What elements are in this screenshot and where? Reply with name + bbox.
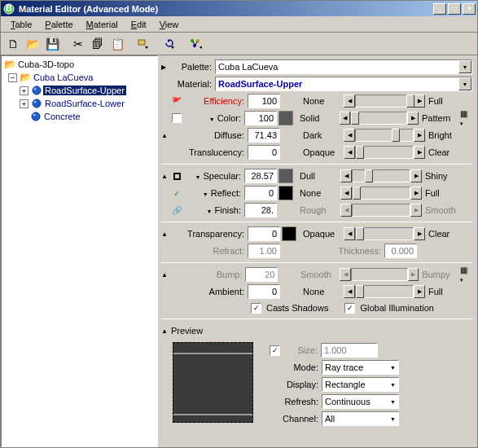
refresh-dropdown-icon[interactable] (160, 35, 178, 53)
slider-left-icon[interactable]: ◀ (344, 94, 355, 108)
save-icon[interactable]: 💾 (43, 35, 61, 53)
collapse-arrow-icon[interactable]: ▲ (161, 327, 171, 335)
folder-open-icon: 📂 (3, 59, 16, 70)
preview-image (173, 342, 253, 423)
tree-expand-icon[interactable]: + (20, 99, 29, 108)
slider-right-icon: ▶ (408, 268, 419, 281)
color-input[interactable] (244, 111, 277, 125)
maximize-button[interactable]: □ (448, 3, 461, 15)
casts-shadows-checkbox[interactable]: ✓ (251, 303, 261, 314)
efficiency-input[interactable] (248, 94, 280, 108)
collapse-arrow-icon[interactable]: ▲ (161, 231, 171, 238)
specular-swatch[interactable] (278, 169, 293, 183)
color-slider[interactable] (350, 112, 407, 125)
reflect-swatch[interactable] (278, 186, 293, 200)
menu-palette[interactable]: Palette (38, 18, 79, 31)
menu-material[interactable]: Material (80, 18, 125, 31)
diffuse-slider[interactable] (355, 129, 414, 142)
cube-icon: 🞐 (171, 172, 182, 181)
efficiency-slider[interactable] (355, 94, 414, 108)
slider-left-icon[interactable]: ◀ (344, 227, 355, 240)
slider-right-icon[interactable]: ▶ (414, 94, 425, 108)
graph-dropdown-icon[interactable] (186, 35, 204, 53)
slider-right-icon[interactable]: ▶ (414, 227, 425, 240)
global-illum-checkbox[interactable]: ✓ (344, 303, 355, 314)
display-combo[interactable]: Rectangle▼ (322, 377, 399, 392)
chevron-down-icon: ▼ (388, 365, 398, 371)
flag-icon: 🚩 (171, 97, 182, 106)
tree-item[interactable]: Concrete (3, 110, 156, 123)
slider-left-icon[interactable]: ◀ (344, 129, 355, 142)
transparency-input[interactable] (248, 226, 280, 241)
slider-left-icon[interactable]: ◀ (340, 187, 352, 200)
specular-slider[interactable] (352, 169, 410, 182)
folder-open-icon: 📂 (19, 72, 32, 83)
tree-item[interactable]: + RoadSurface-Lower (3, 97, 156, 110)
menu-edit[interactable]: Edit (125, 18, 153, 31)
finish-input[interactable] (244, 203, 277, 217)
slider-right-icon[interactable]: ▶ (414, 146, 425, 159)
slider-left-icon[interactable]: ◀ (344, 285, 355, 298)
pattern-dropdown-icon[interactable]: ▦ ▾ (460, 109, 472, 127)
finish-slider (352, 204, 410, 217)
color-checkbox[interactable] (172, 113, 182, 123)
efficiency-label: Efficiency: (182, 96, 248, 106)
svg-point-13 (34, 88, 37, 90)
slider-left-icon[interactable]: ◀ (340, 169, 352, 182)
collapse-arrow-icon[interactable]: ▲ (161, 132, 171, 139)
titlebar: B Material Editor (Advanced Mode) _ □ ✕ (1, 1, 477, 16)
slider-right-icon[interactable]: ▶ (410, 187, 422, 200)
transparency-swatch[interactable] (282, 226, 296, 241)
color-swatch[interactable] (278, 111, 293, 125)
tree-expand-icon[interactable]: + (20, 86, 29, 95)
collapse-arrow-icon[interactable]: ▲ (161, 173, 171, 180)
translucency-input[interactable] (248, 145, 280, 160)
tree-collapse-icon[interactable]: − (8, 73, 17, 82)
link-icon: 🔗 (171, 206, 182, 215)
copy-icon[interactable]: 🗐 (89, 35, 107, 53)
material-label: Material: (171, 79, 215, 89)
slider-right-icon[interactable]: ▶ (410, 169, 422, 182)
paste-icon[interactable]: 📋 (108, 35, 126, 53)
channel-combo[interactable]: All▼ (322, 411, 399, 426)
slider-left-icon[interactable]: ◀ (344, 146, 355, 159)
chevron-down-icon[interactable]: ▼ (458, 77, 471, 90)
slider-right-icon[interactable]: ▶ (414, 129, 425, 142)
specular-input[interactable] (244, 169, 277, 183)
slider-right-icon: ▶ (410, 204, 422, 217)
collapse-arrow-icon[interactable]: ▶ (161, 64, 171, 71)
material-combo[interactable]: RoadSurface-Upper ▼ (215, 77, 472, 91)
cut-icon[interactable]: ✂ (69, 35, 87, 53)
ambient-input[interactable] (248, 284, 280, 299)
bump-slider (351, 268, 408, 281)
import-dropdown-icon[interactable] (134, 35, 152, 53)
tree-panel[interactable]: 📂 Cuba-3D-topo − 📂 Cuba LaCueva + RoadSu… (1, 55, 158, 447)
slider-right-icon[interactable]: ▶ (407, 112, 419, 125)
mode-combo[interactable]: Ray trace▼ (322, 360, 399, 375)
new-icon[interactable]: 🗋 (4, 35, 22, 53)
chevron-down-icon[interactable]: ▼ (458, 60, 471, 73)
slider-left-icon[interactable]: ◀ (340, 112, 351, 125)
tree-palette[interactable]: − 📂 Cuba LaCueva (3, 71, 156, 84)
translucency-slider[interactable] (355, 146, 414, 159)
chevron-down-icon: ▼ (388, 382, 398, 388)
reflect-slider[interactable] (352, 187, 410, 200)
menu-view[interactable]: View (153, 18, 186, 31)
minimize-button[interactable]: _ (433, 3, 446, 15)
slider-right-icon[interactable]: ▶ (414, 285, 425, 298)
close-button[interactable]: ✕ (463, 3, 476, 15)
tree-item[interactable]: + RoadSurface-Upper (3, 84, 156, 97)
transparency-slider[interactable] (355, 227, 414, 240)
diffuse-input[interactable] (248, 128, 280, 143)
refresh-combo[interactable]: Continuous▼ (322, 394, 399, 409)
bump-dropdown-icon[interactable]: ▦ ▾ (460, 266, 472, 283)
tree-root[interactable]: 📂 Cuba-3D-topo (3, 58, 156, 71)
reflect-input[interactable] (244, 186, 277, 200)
collapse-arrow-icon[interactable]: ▲ (161, 271, 171, 279)
menu-table[interactable]: Table (4, 18, 38, 31)
ambient-slider[interactable] (355, 285, 414, 298)
open-icon[interactable]: 📂 (24, 35, 42, 53)
palette-combo[interactable]: Cuba LaCueva ▼ (215, 59, 472, 74)
material-editor-window: B Material Editor (Advanced Mode) _ □ ✕ … (0, 0, 478, 448)
size-checkbox[interactable]: ✓ (270, 345, 280, 356)
